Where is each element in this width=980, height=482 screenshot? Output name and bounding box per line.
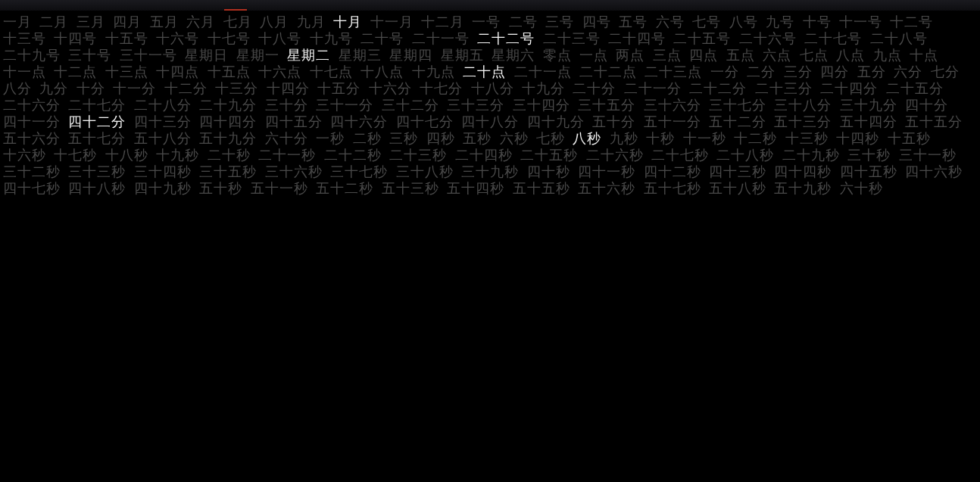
minute-token: 三十五分 [578,98,635,112]
window-top-strip [0,0,980,11]
second-token: 四十四秒 [774,165,832,179]
hour-token: 十二点 [54,65,97,79]
day-token: 二十三号 [543,32,601,45]
second-token: 五十八秒 [709,182,766,195]
minute-token: 十七分 [420,82,463,95]
minute-token: 三十八分 [774,98,832,112]
minute-token: 十二分 [164,82,208,95]
hour-token: 零点 [543,48,572,62]
minute-token: 五十二分 [709,115,766,129]
second-token: 六秒 [500,132,529,145]
second-token: 二十七秒 [651,148,709,162]
minute-token: 四十分 [905,98,948,112]
second-token: 二十六秒 [586,148,644,162]
day-token: 二十九号 [3,48,61,62]
month-token: 十一月 [370,15,414,29]
day-token: 五号 [619,15,648,29]
second-token: 三十五秒 [199,165,257,179]
minute-token: 十九分 [522,82,565,95]
weekday-token: 星期六 [492,48,535,62]
second-token: 八秒 [573,132,601,145]
minute-token: 十六分 [369,82,412,95]
second-token: 四十九秒 [134,182,192,195]
minute-token: 四十七分 [396,115,454,129]
day-token: 二十八号 [870,32,928,45]
minute-token: 二十三分 [755,82,813,95]
minute-token: 七分 [931,65,960,79]
minute-token: 五分 [857,65,886,79]
second-token: 十五秒 [888,132,931,145]
minute-token: 二十七分 [68,98,126,112]
minute-token: 四十六分 [330,115,388,129]
month-token: 二月 [39,15,68,29]
day-token: 十四号 [54,32,97,45]
minute-token: 十分 [76,82,105,95]
day-token: 十一号 [839,15,882,29]
month-token: 九月 [297,15,326,29]
second-token: 四十一秒 [578,165,635,179]
second-token: 十四秒 [836,132,879,145]
minute-token: 五十四分 [840,115,897,129]
second-token: 五十五秒 [513,182,570,195]
clock-text-flow: 一月 二月 三月 四月 五月 六月 七月 八月 九月 十月 十一月 十二月 一号… [0,11,980,197]
month-token: 七月 [223,15,252,29]
minute-token: 二十四分 [820,82,878,95]
day-token: 二号 [509,15,538,29]
hour-token: 六点 [763,48,791,62]
second-token: 三秒 [389,132,418,145]
day-token: 十九号 [310,32,353,45]
hour-token: 十一点 [3,65,46,79]
minute-token: 四十五分 [265,115,323,129]
minute-token: 十一分 [113,82,156,95]
minute-token: 二十五分 [886,82,944,95]
second-token: 五十四秒 [447,182,504,195]
day-token: 六号 [656,15,685,29]
minute-token: 五十九分 [199,132,257,145]
second-token: 四十八秒 [68,182,126,195]
second-token: 三十秒 [847,148,891,162]
second-token: 二十二秒 [324,148,382,162]
day-token: 三号 [545,15,574,29]
day-token: 十八号 [258,32,301,45]
second-token: 三十三秒 [68,165,126,179]
day-token: 七号 [692,15,721,29]
second-token: 五十三秒 [382,182,439,195]
minute-token: 三十二分 [382,98,439,112]
month-token: 四月 [113,15,142,29]
second-token: 五十二秒 [316,182,373,195]
hour-token: 八点 [836,48,865,62]
minute-token: 五十一分 [644,115,701,129]
minute-token: 十八分 [471,82,514,95]
hour-token: 十五点 [208,65,251,79]
weekday-token: 星期二 [287,48,330,62]
minute-token: 二十六分 [3,98,61,112]
day-token: 十三号 [3,32,46,45]
minute-token: 十四分 [267,82,310,95]
second-token: 七秒 [536,132,565,145]
second-token: 十三秒 [785,132,829,145]
weekday-token: 星期五 [441,48,484,62]
second-token: 四十三秒 [709,165,766,179]
day-token: 十七号 [208,32,251,45]
day-token: 八号 [729,15,758,29]
month-token: 五月 [150,15,179,29]
day-token: 三十一号 [120,48,177,62]
hour-token: 十八点 [360,65,404,79]
second-token: 三十一秒 [899,148,957,162]
minute-token: 五十三分 [774,115,832,129]
minute-token: 一分 [710,65,739,79]
weekday-token: 星期四 [389,48,432,62]
minute-token: 四十二分 [68,115,126,129]
day-token: 十号 [803,15,832,29]
day-token: 九号 [766,15,794,29]
hour-token: 三点 [653,48,682,62]
second-token: 二十九秒 [782,148,840,162]
minute-token: 三十九分 [840,98,897,112]
day-token: 四号 [582,15,611,29]
second-token: 三十二秒 [3,165,61,179]
hour-token: 九点 [873,48,902,62]
second-token: 五秒 [463,132,492,145]
second-token: 四十七秒 [3,182,61,195]
weekday-token: 星期三 [339,48,382,62]
hour-token: 十三点 [105,65,148,79]
